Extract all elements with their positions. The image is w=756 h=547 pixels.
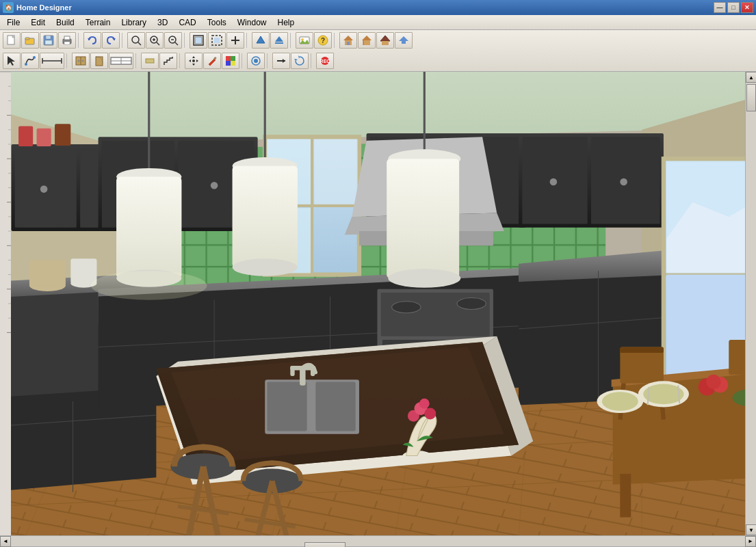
kitchen-scene [11,72,745,535]
svg-rect-125 [18,126,33,146]
svg-rect-6 [45,40,52,44]
arrow-tool-button[interactable] [272,53,290,69]
svg-line-19 [175,42,178,45]
svg-point-12 [132,36,139,43]
scroll-thumb-vertical[interactable] [746,84,756,111]
toolbar2-sep-3 [179,53,183,68]
select-tool-button[interactable] [3,53,21,69]
record-button[interactable]: REC [316,53,334,69]
open-button[interactable] [21,32,39,49]
move-button[interactable] [185,53,203,69]
scroll-up-button[interactable]: ▲ [746,72,756,83]
toolbar2-sep-6 [311,53,314,68]
svg-rect-8 [64,36,70,40]
svg-rect-65 [226,56,231,61]
svg-rect-211 [116,177,181,278]
svg-marker-73 [294,59,298,61]
export-button[interactable] [395,32,413,49]
stair-button[interactable] [159,53,177,69]
add-button[interactable] [226,32,244,49]
svg-rect-199 [315,382,355,431]
symbol-button[interactable] [247,53,265,69]
svg-marker-42 [399,36,408,41]
svg-rect-67 [226,61,231,66]
svg-rect-38 [363,40,370,45]
svg-point-165 [392,302,421,313]
svg-line-15 [157,42,159,45]
svg-rect-58 [146,59,154,63]
app-icon: 🏠 [3,2,14,13]
transform-button[interactable] [291,53,309,69]
window-button[interactable] [109,53,133,69]
svg-text:?: ? [321,37,325,44]
toolbar-sep-3 [184,33,187,48]
menu-window[interactable]: Window [232,16,272,29]
house1-button[interactable] [339,32,357,49]
svg-point-177 [550,178,558,186]
image-button[interactable] [296,32,313,49]
menu-tools[interactable]: Tools [202,16,232,29]
svg-point-52 [78,60,80,62]
arrow-up-button[interactable] [252,32,270,49]
horizontal-scrollbar: ◄ ► [0,535,756,546]
toolbar-row-2: REC [0,51,756,71]
arrow-up2-button[interactable] [270,32,288,49]
svg-point-148 [211,182,218,189]
dimension-button[interactable] [40,53,64,69]
menu-cad[interactable]: CAD [173,16,201,29]
save-button[interactable] [40,32,57,49]
roof-button[interactable] [376,32,394,49]
svg-point-208 [419,399,430,409]
zoom-button[interactable] [127,32,145,49]
menu-edit[interactable]: Edit [25,16,51,29]
menu-3d[interactable]: 3D [152,16,173,29]
close-button[interactable]: ✕ [741,2,753,13]
scroll-thumb-horizontal[interactable] [304,542,346,548]
menu-terrain[interactable]: Terrain [80,16,116,29]
minimize-button[interactable]: — [714,2,726,13]
main-area: ▲ ▼ [0,72,756,535]
svg-marker-44 [8,56,15,66]
svg-point-221 [388,269,460,288]
zoom-in-button[interactable] [146,32,164,49]
paint-button[interactable] [203,53,221,69]
svg-rect-220 [387,159,459,278]
toolbar-row-1: ? [0,30,756,51]
menu-file[interactable]: File [1,16,25,29]
toolbar-sep-1 [78,33,81,48]
print-button[interactable] [58,32,76,49]
svg-point-45 [25,63,27,66]
scroll-left-button[interactable]: ◄ [0,536,11,547]
svg-rect-24 [214,38,220,43]
svg-rect-54 [96,57,103,66]
scroll-right-button[interactable]: ► [745,536,756,547]
fit-button[interactable] [190,32,207,49]
house2-button[interactable] [358,32,376,49]
door-button[interactable] [90,53,108,69]
cabinet-button[interactable] [72,53,90,69]
left-ruler [0,72,11,535]
canvas-area [11,72,745,535]
svg-rect-232 [620,474,631,518]
wall-button[interactable] [141,53,159,69]
scroll-down-button[interactable]: ▼ [746,524,756,535]
undo-button[interactable] [83,32,101,49]
maximize-button[interactable]: □ [727,2,740,13]
new-button[interactable] [3,32,21,49]
svg-rect-127 [55,124,70,146]
select-all-button[interactable] [208,32,226,49]
menu-help[interactable]: Help [272,16,300,29]
svg-rect-43 [402,41,406,44]
menu-library[interactable]: Library [116,16,152,29]
svg-point-178 [620,178,627,186]
svg-marker-59 [192,56,195,58]
material-button[interactable] [222,53,239,69]
help-btn[interactable]: ? [314,32,332,49]
zoom-out-button[interactable] [164,32,182,49]
polyline-button[interactable] [21,53,39,69]
svg-marker-60 [192,64,195,66]
menu-build[interactable]: Build [51,16,80,29]
svg-rect-36 [347,42,350,45]
redo-button[interactable] [102,32,120,49]
svg-rect-3 [25,38,29,40]
